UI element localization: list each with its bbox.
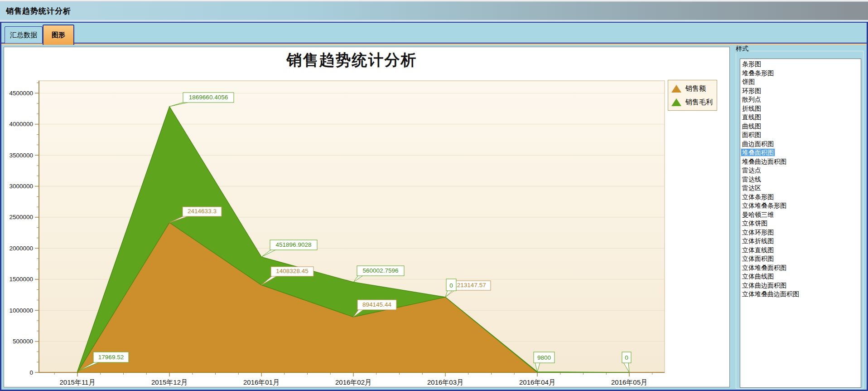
- style-option[interactable]: 立体环形图: [741, 228, 861, 237]
- chart-panel: 销售趋势统计分析 0500000100000015000002000000250…: [4, 47, 730, 387]
- x-axis-ticks: 2015年11月2015年12月2016年01月2016年02月2016年03月…: [54, 372, 652, 386]
- svg-text:9800: 9800: [537, 354, 551, 361]
- legend: 销售额销售毛利: [668, 80, 717, 111]
- style-option[interactable]: 立体饼图: [741, 219, 861, 228]
- style-option[interactable]: 雷达区: [741, 184, 861, 193]
- svg-text:2016年03月: 2016年03月: [427, 378, 463, 386]
- style-option[interactable]: 立体堆叠条形图: [741, 201, 861, 210]
- style-option[interactable]: 曲线图: [741, 122, 861, 131]
- style-option[interactable]: 面积图: [741, 131, 861, 140]
- legend-triangle-icon: [671, 85, 681, 93]
- style-option[interactable]: 堆叠面积图: [741, 148, 861, 157]
- window-titlebar: 销售趋势统计分析: [0, 2, 868, 20]
- style-option[interactable]: 立体堆叠曲边面积图: [741, 290, 861, 299]
- style-option[interactable]: 立体曲线图: [741, 272, 861, 281]
- style-option[interactable]: 立体条形图: [741, 193, 861, 202]
- style-option[interactable]: 雷达线: [741, 175, 861, 184]
- svg-text:2015年12月: 2015年12月: [151, 378, 188, 386]
- style-panel-title: 样式: [734, 45, 750, 53]
- svg-text:0: 0: [29, 369, 33, 376]
- svg-text:2016年04月: 2016年04月: [519, 378, 555, 386]
- legend-label: 销售额: [685, 84, 706, 93]
- legend-triangle-icon: [671, 98, 681, 106]
- svg-text:3000000: 3000000: [9, 183, 33, 190]
- svg-text:2016年02月: 2016年02月: [335, 378, 371, 386]
- tab-graph-label: 图形: [52, 31, 65, 39]
- style-option[interactable]: 条形图: [741, 60, 861, 69]
- svg-text:4000000: 4000000: [9, 121, 33, 127]
- style-option[interactable]: 曲边面积图: [741, 140, 861, 149]
- style-option[interactable]: 散列点: [741, 95, 861, 104]
- style-option[interactable]: 环形图: [741, 87, 861, 96]
- svg-text:894145.44: 894145.44: [362, 301, 391, 308]
- svg-text:2016年01月: 2016年01月: [243, 378, 280, 386]
- svg-text:4500000: 4500000: [9, 90, 33, 97]
- style-option[interactable]: 立体堆叠面积图: [741, 264, 861, 273]
- style-option[interactable]: 直线图: [741, 113, 861, 122]
- svg-text:451896.9028: 451896.9028: [276, 241, 312, 248]
- y-axis-ticks: 0500000100000015000002000000250000030000…: [9, 83, 39, 376]
- svg-text:17969.52: 17969.52: [98, 354, 124, 361]
- style-option[interactable]: 堆叠条形图: [741, 69, 861, 78]
- legend-item: 销售毛利: [671, 97, 713, 108]
- tab-graph[interactable]: 图形: [43, 24, 74, 45]
- style-listbox[interactable]: 条形图堆叠条形图饼图环形图散列点折线图直线图曲线图面积图曲边面积图堆叠面积图堆叠…: [740, 59, 861, 388]
- legend-item: 销售额: [671, 83, 713, 94]
- svg-text:1869660.4056: 1869660.4056: [189, 94, 228, 101]
- style-option[interactable]: 立体面积图: [741, 254, 861, 264]
- svg-text:3500000: 3500000: [9, 152, 33, 159]
- tab-summary-data[interactable]: 汇总数据: [5, 26, 43, 43]
- svg-text:0: 0: [625, 354, 628, 361]
- style-option[interactable]: 立体直线图: [741, 246, 861, 255]
- legend-label: 销售毛利: [685, 98, 713, 107]
- style-option[interactable]: 折线图: [741, 104, 861, 113]
- style-option[interactable]: 立体折线图: [741, 237, 861, 246]
- tab-summary-data-label: 汇总数据: [10, 31, 37, 39]
- svg-text:0: 0: [449, 282, 453, 289]
- svg-text:2500000: 2500000: [9, 214, 33, 220]
- svg-text:500000: 500000: [13, 338, 33, 345]
- svg-text:2016年05月: 2016年05月: [611, 378, 647, 386]
- style-option[interactable]: 立体曲边面积图: [741, 281, 861, 290]
- svg-text:2000000: 2000000: [9, 245, 33, 252]
- svg-text:1000000: 1000000: [9, 307, 33, 314]
- chart-svg: 0500000100000015000002000000250000030000…: [4, 47, 729, 387]
- svg-text:560002.7596: 560002.7596: [363, 267, 399, 274]
- svg-text:1213147.57: 1213147.57: [453, 282, 486, 288]
- style-option[interactable]: 堆叠曲边面积图: [741, 157, 861, 166]
- window-title: 销售趋势统计分析: [6, 6, 71, 16]
- svg-text:1408328.45: 1408328.45: [276, 268, 308, 274]
- style-option[interactable]: 曼哈顿三维: [741, 210, 861, 220]
- style-option[interactable]: 饼图: [741, 78, 861, 87]
- svg-text:1500000: 1500000: [9, 276, 33, 283]
- style-option[interactable]: 雷达点: [741, 166, 861, 175]
- svg-text:2414633.3: 2414633.3: [188, 208, 217, 215]
- svg-text:2015年11月: 2015年11月: [60, 378, 96, 386]
